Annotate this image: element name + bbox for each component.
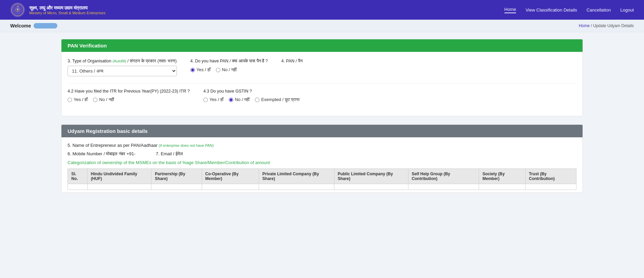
gstin-no-label: No / नहीं [235, 97, 250, 102]
pan-radio-group: Yes / हाँ No / नहीं [190, 67, 268, 73]
header-title-hindi: सूक्ष्म, लघु और मध्यम उद्यम मंत्रालय [29, 5, 106, 11]
table-row [68, 184, 576, 190]
cell-society [479, 184, 526, 190]
col-society: Society (By Member) [479, 169, 526, 184]
welcome-label: Welcome [10, 23, 31, 28]
pan-row-2: 4.2 Have you filed the ITR for Previous … [68, 89, 576, 102]
pan-yes-input[interactable] [190, 68, 195, 72]
gstin-group: 4.3 Do you have GSTIN ? Yes / हाँ No / न… [203, 89, 300, 102]
pan-question-label: 4. Do you have PAN / क्या आपके पास पैन ह… [190, 59, 268, 64]
email-label: 7. Email / ईमेल [156, 151, 183, 157]
org-type-label: 3. Type of Organisation (Autofill) / संग… [68, 59, 177, 64]
itr-radio-group: Yes / हाँ No / नहीं [68, 97, 190, 102]
col-huf: Hindu Undivided Family (HUF) [87, 169, 151, 184]
pan-yes-label: Yes / हाँ [197, 67, 210, 73]
itr-yes-radio[interactable]: Yes / हाँ [68, 97, 88, 102]
col-public-limited: Public Limited Company (By Share) [334, 169, 408, 184]
main-nav: Home View Classification Details Cancell… [504, 7, 634, 13]
gstin-exempted-input[interactable] [255, 98, 259, 102]
cell-public-limited [334, 184, 408, 190]
mobile-label: 6. Mobile Number / मोबाइल नंबर +91- [68, 151, 135, 157]
nav-logout[interactable]: Logout [620, 7, 634, 13]
gstin-no-input[interactable] [229, 98, 233, 102]
pan-field-label: 4. PAN / पैन [281, 59, 356, 64]
pan-question-group: 4. Do you have PAN / क्या आपके पास पैन ह… [190, 59, 268, 73]
gstin-exempted-label: Exempted / छूट प्राप्त [261, 97, 299, 102]
pan-verification-body: 3. Type of Organisation (Autofill) / संग… [61, 52, 583, 116]
itr-group: 4.2 Have you filed the ITR for Previous … [68, 89, 190, 102]
pan-no-label: No / नहीं [222, 67, 237, 73]
welcome-user-blob [34, 23, 57, 28]
breadcrumb-current: Update Udyam Details [593, 23, 634, 28]
pan-verification-header: PAN Verification [61, 39, 583, 52]
udyam-registration-section: Udyam Registration basic details 5. Name… [61, 124, 583, 193]
col-sl-no: Sl. No. [68, 169, 88, 184]
pan-field-group: 4. PAN / पैन [281, 59, 356, 64]
pan-verification-section: PAN Verification 3. Type of Organisation… [61, 39, 583, 116]
itr-yes-label: Yes / हाँ [74, 97, 88, 102]
org-type-autofill: (Autofill) [113, 59, 126, 63]
main-content: PAN Verification 3. Type of Organisation… [0, 32, 644, 208]
col-partnership: Partnership (By Share) [151, 169, 202, 184]
cell-partnership [151, 184, 202, 190]
col-private-limited: Private Limited Company (By Share) [259, 169, 334, 184]
main-header: ☸ 🏛 ⚙ सूक्ष्म, लघु और मध्यम उद्यम मंत्रा… [0, 0, 644, 20]
cell-sl-no [68, 184, 88, 190]
col-cooperative: Co-Operative (By Member) [202, 169, 259, 184]
cell-cooperative [202, 184, 259, 190]
cell-private-limited [259, 184, 334, 190]
sub-header: Welcome Home / Update Udyam Details [0, 20, 644, 32]
pan-no-radio[interactable]: No / नहीं [216, 67, 237, 73]
ownership-table-body [68, 184, 576, 190]
ownership-table-head: Sl. No. Hindu Undivided Family (HUF) Par… [68, 169, 576, 184]
udyam-registration-header: Udyam Registration basic details [61, 125, 583, 137]
nav-cancellation[interactable]: Cancellation [587, 7, 611, 13]
itr-label: 4.2 Have you filed the ITR for Previous … [68, 89, 190, 94]
org-type-hindi: / संगठन के प्रकार (स्वतः भरण) [127, 59, 177, 63]
cell-trust [525, 184, 576, 190]
welcome-area: Welcome [10, 23, 57, 28]
itr-no-label: No / नहीं [99, 97, 114, 102]
nav-home[interactable]: Home [504, 7, 516, 13]
entrepreneur-note: (if enterprise does not have PAN) [159, 143, 214, 147]
svg-text:☸: ☸ [17, 5, 19, 7]
entrepreneur-label: 5. Name of Entrepreneur as per PAN/Aadha… [68, 143, 158, 148]
gstin-exempted-radio[interactable]: Exempted / छूट प्राप्त [255, 97, 299, 102]
col-trust: Trust (By Contribution) [525, 169, 576, 184]
header-logo-area: ☸ 🏛 ⚙ सूक्ष्म, लघु और मध्यम उद्यम मंत्रा… [10, 2, 106, 17]
gstin-yes-input[interactable] [203, 98, 208, 102]
pan-row-1: 3. Type of Organisation (Autofill) / संग… [68, 59, 576, 76]
gstin-no-radio[interactable]: No / नहीं [229, 97, 250, 102]
gstin-yes-radio[interactable]: Yes / हाँ [203, 97, 223, 102]
breadcrumb-separator: / [591, 23, 593, 28]
itr-no-input[interactable] [93, 98, 97, 102]
org-type-group: 3. Type of Organisation (Autofill) / संग… [68, 59, 177, 76]
cell-self-help-group [408, 184, 479, 190]
itr-no-radio[interactable]: No / नहीं [93, 97, 114, 102]
pan-no-input[interactable] [216, 68, 220, 72]
nav-view-classification[interactable]: View Classification Details [526, 7, 577, 13]
ownership-table-header-row: Sl. No. Hindu Undivided Family (HUF) Par… [68, 169, 576, 184]
categorization-label: Categorization of ownership of the MSMEs… [68, 160, 576, 165]
gstin-yes-label: Yes / हाँ [209, 97, 223, 102]
gstin-radio-group: Yes / हाँ No / नहीं Exempted / छूट प्राप… [203, 97, 300, 102]
cell-huf [87, 184, 151, 190]
mobile-email-line: 6. Mobile Number / मोबाइल नंबर +91- 7. E… [68, 151, 576, 157]
svg-text:⚙: ⚙ [17, 9, 19, 11]
gstin-label: 4.3 Do you have GSTIN ? [203, 89, 300, 94]
breadcrumb: Home / Update Udyam Details [579, 23, 634, 28]
col-self-help-group: Self Help Group (By Contribution) [408, 169, 479, 184]
breadcrumb-home[interactable]: Home [579, 23, 590, 28]
udyam-registration-body: 5. Name of Entrepreneur as per PAN/Aadha… [61, 137, 583, 193]
pan-yes-radio[interactable]: Yes / हाँ [190, 67, 210, 73]
itr-yes-input[interactable] [68, 98, 72, 102]
ownership-table: Sl. No. Hindu Undivided Family (HUF) Par… [68, 168, 576, 190]
mobile-prefix: +91- [127, 151, 135, 156]
pan-divider [68, 83, 576, 83]
entrepreneur-field-line: 5. Name of Entrepreneur as per PAN/Aadha… [68, 143, 576, 148]
government-logo: ☸ 🏛 ⚙ [10, 2, 25, 17]
header-title-block: सूक्ष्म, लघु और मध्यम उद्यम मंत्रालय Min… [29, 5, 106, 15]
header-title-english: Ministry of Micro, Small & Medium Enterp… [29, 11, 106, 15]
org-type-select[interactable]: 11. Others / अन्य [68, 66, 177, 76]
